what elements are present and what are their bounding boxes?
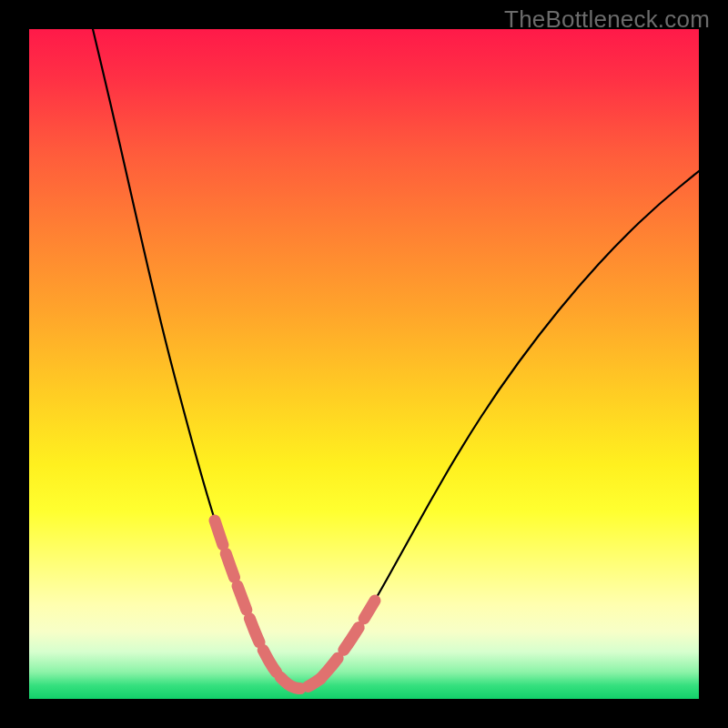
highlight-left (215, 521, 280, 677)
plot-area (29, 29, 699, 699)
curve-svg (29, 29, 699, 699)
highlight-bottom (280, 677, 320, 689)
chart-frame: TheBottleneck.com (0, 0, 728, 728)
bottleneck-curve (93, 29, 699, 689)
highlight-right (320, 601, 375, 679)
